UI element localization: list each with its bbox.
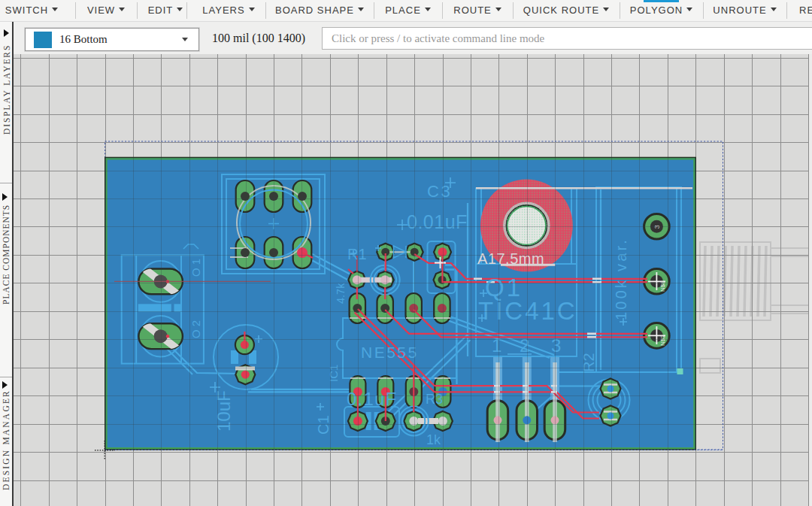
svg-text:R1: R1 bbox=[347, 246, 367, 262]
svg-text:2: 2 bbox=[520, 335, 529, 356]
svg-text:C3: C3 bbox=[427, 182, 452, 201]
svg-text:N$2: N$2 bbox=[659, 335, 666, 346]
svg-text:1: 1 bbox=[492, 335, 501, 356]
svg-text:IC1: IC1 bbox=[327, 365, 340, 382]
svg-text:O 2: O 2 bbox=[189, 320, 202, 338]
svg-text:R2: R2 bbox=[580, 353, 597, 372]
svg-text:O 1: O 1 bbox=[189, 259, 202, 277]
svg-text:100k var.: 100k var. bbox=[613, 238, 629, 320]
svg-text:A17,5mm: A17,5mm bbox=[477, 250, 544, 267]
svg-text:10uF: 10uF bbox=[214, 390, 234, 432]
svg-text:0.01uF: 0.01uF bbox=[407, 211, 468, 232]
svg-text:NE555: NE555 bbox=[361, 344, 419, 361]
svg-text:N$8: N$8 bbox=[659, 280, 666, 292]
svg-text:R3: R3 bbox=[426, 392, 443, 407]
svg-text:1k: 1k bbox=[426, 432, 441, 447]
svg-text:C1: C1 bbox=[315, 415, 332, 435]
svg-text:3: 3 bbox=[551, 335, 561, 356]
svg-text:4.7k: 4.7k bbox=[335, 283, 347, 304]
svg-text:0.1uF: 0.1uF bbox=[347, 389, 397, 409]
